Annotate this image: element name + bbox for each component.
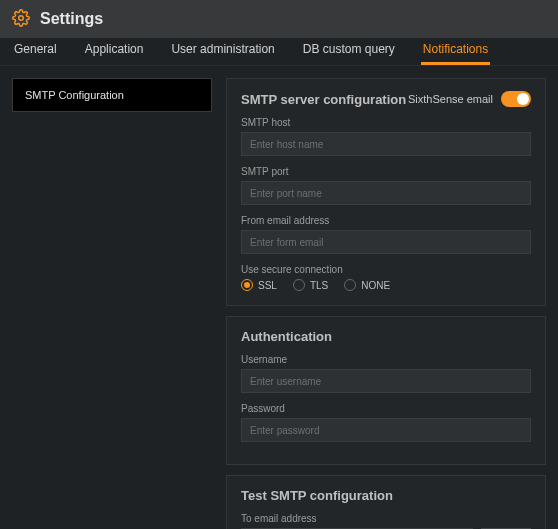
radio-dot-icon: [293, 279, 305, 291]
radio-tls-label: TLS: [310, 280, 328, 291]
panel-title-auth: Authentication: [241, 329, 531, 344]
radio-dot-icon: [241, 279, 253, 291]
radio-tls[interactable]: TLS: [293, 279, 328, 291]
radio-ssl[interactable]: SSL: [241, 279, 277, 291]
sidebar: SMTP Configuration: [12, 78, 212, 529]
panel-title-test: Test SMTP configuration: [241, 488, 531, 503]
sidebar-item-smtp-configuration[interactable]: SMTP Configuration: [12, 78, 212, 112]
tab-db-custom-query[interactable]: DB custom query: [301, 42, 397, 65]
svg-point-0: [19, 15, 24, 20]
radio-none[interactable]: NONE: [344, 279, 390, 291]
gear-icon: [12, 9, 30, 30]
password-label: Password: [241, 403, 531, 414]
tab-application[interactable]: Application: [83, 42, 146, 65]
smtp-host-input[interactable]: [241, 132, 531, 156]
panel-test-smtp: Test SMTP configuration To email address…: [226, 475, 546, 529]
to-email-label: To email address: [241, 513, 531, 524]
from-email-input[interactable]: [241, 230, 531, 254]
tab-general[interactable]: General: [12, 42, 59, 65]
username-input[interactable]: [241, 369, 531, 393]
secure-connection-options: SSL TLS NONE: [241, 279, 531, 291]
smtp-port-label: SMTP port: [241, 166, 531, 177]
smtp-host-label: SMTP host: [241, 117, 531, 128]
content: SMTP server configuration SixthSense ema…: [226, 78, 546, 529]
sixthsense-email-toggle-wrap: SixthSense email: [408, 91, 531, 107]
panel-smtp-server: SMTP server configuration SixthSense ema…: [226, 78, 546, 306]
smtp-port-input[interactable]: [241, 181, 531, 205]
page-title: Settings: [40, 10, 103, 28]
sixthsense-email-toggle[interactable]: [501, 91, 531, 107]
radio-dot-icon: [344, 279, 356, 291]
titlebar: Settings: [0, 0, 558, 38]
tab-user-administration[interactable]: User administration: [169, 42, 276, 65]
radio-ssl-label: SSL: [258, 280, 277, 291]
from-email-label: From email address: [241, 215, 531, 226]
tabs: General Application User administration …: [0, 38, 558, 66]
password-input[interactable]: [241, 418, 531, 442]
panel-title-smtp: SMTP server configuration: [241, 92, 406, 107]
radio-none-label: NONE: [361, 280, 390, 291]
panel-authentication: Authentication Username Password: [226, 316, 546, 465]
secure-connection-label: Use secure connection: [241, 264, 531, 275]
main: SMTP Configuration SMTP server configura…: [0, 66, 558, 529]
tab-notifications[interactable]: Notifications: [421, 42, 490, 65]
sixthsense-email-label: SixthSense email: [408, 93, 493, 105]
username-label: Username: [241, 354, 531, 365]
